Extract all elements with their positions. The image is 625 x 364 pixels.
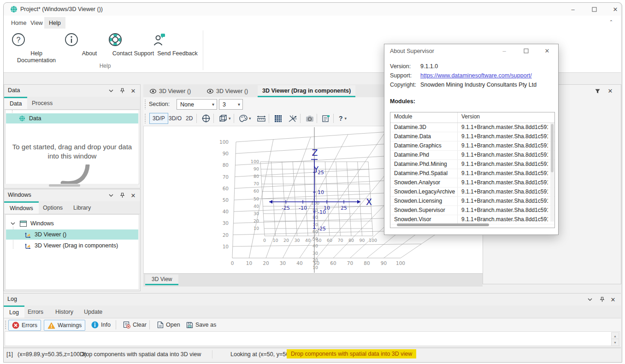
chevron-down-icon: ▾: [229, 116, 231, 121]
section-count-dropdown[interactable]: 3▾: [219, 99, 243, 110]
about-button[interactable]: About: [64, 32, 115, 57]
data-tree-item[interactable]: Data: [6, 113, 138, 123]
scroll-thumb[interactable]: [551, 124, 554, 172]
log-warnings-toggle[interactable]: Warnings: [44, 320, 85, 331]
modules-table[interactable]: Module Version Datamine.3D 9.1.1+Branch.…: [390, 112, 555, 228]
maximize-button[interactable]: [584, 3, 605, 16]
tab-process[interactable]: Process: [26, 97, 58, 109]
tab-3d-view[interactable]: 3D View: [145, 275, 178, 285]
support-link[interactable]: https://www.dataminesoftware.com/support…: [420, 72, 532, 79]
section-dropdown[interactable]: None▾: [177, 99, 217, 110]
contact-support-button[interactable]: Contact Support: [108, 32, 159, 57]
chevron-down-icon[interactable]: [586, 296, 594, 303]
module-row[interactable]: Datamine.3D 9.1.1+Branch.master.Sha.8dd1…: [390, 123, 554, 132]
dialog-minimize-button[interactable]: –: [497, 44, 511, 57]
pin-icon[interactable]: [598, 296, 606, 303]
close-icon[interactable]: ✕: [609, 296, 617, 303]
tab-library[interactable]: Library: [68, 201, 96, 214]
log-save-as-button[interactable]: Save as: [183, 320, 219, 330]
chevron-down-icon[interactable]: [107, 192, 115, 199]
module-row[interactable]: Datamine.Graphics 9.1.1+Branch.master.Sh…: [390, 141, 554, 151]
tab-update[interactable]: Update: [78, 305, 108, 318]
data-panel: Data ✕ Data Process Data To get started,…: [4, 84, 141, 188]
properties-button[interactable]: [319, 113, 333, 124]
tab-log[interactable]: Log: [4, 305, 24, 318]
grid-button[interactable]: [271, 113, 285, 124]
viewer-node-1[interactable]: 3D Viewer (): [6, 229, 138, 240]
mode-2d-button[interactable]: 2D: [183, 113, 195, 124]
viewer-tab-2[interactable]: 3D Viewer (): [202, 85, 253, 97]
data-panel-hscrollbar[interactable]: [5, 184, 138, 187]
send-feedback-button[interactable]: Send Feedback: [152, 32, 203, 57]
log-content[interactable]: ▲ ▼: [5, 331, 620, 346]
tab-windows[interactable]: Windows: [4, 201, 39, 214]
tab-errors[interactable]: Errors: [22, 305, 49, 318]
module-row[interactable]: Datamine.Phd 9.1.1+Branch.master.Sha.8dd…: [390, 151, 554, 160]
expand-chevron-icon[interactable]: [11, 222, 15, 225]
view-cube-button[interactable]: ▾: [216, 113, 234, 124]
ribbon-tab-help[interactable]: Help: [44, 17, 65, 30]
tab-data[interactable]: Data: [4, 97, 27, 109]
toolbar-grip[interactable]: [145, 114, 147, 123]
display-style-button[interactable]: ▾: [236, 113, 254, 124]
viewer-help-button[interactable]: ? ▾: [336, 113, 349, 124]
collapse-ribbon-icon[interactable]: ⌃: [603, 16, 619, 28]
toolbar-grip[interactable]: [145, 100, 147, 109]
module-row[interactable]: Snowden.Analysor 9.1.1+Branch.master.Sha…: [390, 178, 554, 188]
close-icon[interactable]: ✕: [129, 192, 137, 199]
module-row[interactable]: Snowden.LegacyArchive 9.1.1+Branch.maste…: [390, 188, 554, 197]
log-panel-header[interactable]: Log ✕: [4, 294, 621, 305]
module-row[interactable]: Snowden.Licensing 9.1.1+Branch.master.Sh…: [390, 197, 554, 206]
log-open-button[interactable]: Open: [154, 320, 183, 330]
axes-icon: [24, 231, 31, 238]
module-row[interactable]: Datamine.Phd.Mining 9.1.1+Branch.master.…: [390, 160, 554, 169]
scroll-thumb[interactable]: [49, 184, 80, 187]
viewer-tab-1[interactable]: 3D Viewer (): [145, 85, 195, 97]
tab-history[interactable]: History: [50, 305, 79, 318]
table-horizontal-scrollbar[interactable]: [391, 223, 549, 226]
version-column-header[interactable]: Version: [458, 112, 548, 123]
minimize-button[interactable]: –: [562, 3, 584, 16]
status-separator: [212, 350, 212, 358]
log-errors-toggle[interactable]: Errors: [8, 320, 41, 331]
pin-icon[interactable]: [118, 87, 126, 94]
close-icon[interactable]: ✕: [606, 87, 614, 94]
measure-button[interactable]: [254, 113, 269, 124]
module-row[interactable]: Datamine.Data 9.1.1+Branch.master.Sha.8d…: [390, 132, 554, 141]
tab-options[interactable]: Options: [37, 201, 68, 214]
log-clear-button[interactable]: Clear: [120, 320, 150, 330]
close-button[interactable]: ✕: [605, 3, 625, 16]
module-row[interactable]: Snowden.Visor 9.1.1+Branch.master.Sha.8d…: [390, 215, 554, 224]
scroll-down-button[interactable]: ▼: [611, 339, 619, 346]
data-panel-header[interactable]: Data ✕: [4, 85, 140, 97]
snapshot-button[interactable]: [303, 113, 317, 124]
title-bar[interactable]: Project* (Windows/3D Viewer ()) – ✕: [4, 3, 621, 16]
mode-3do-button[interactable]: 3D/O: [166, 113, 184, 124]
viewer-node-2[interactable]: 3D Viewer (Drag in components): [6, 241, 138, 251]
center-view-button[interactable]: [199, 113, 213, 124]
module-row[interactable]: Datamine.Phd.Spatial 9.1.1+Branch.master…: [390, 169, 554, 178]
toolbar-grip[interactable]: [5, 321, 7, 329]
scroll-thumb[interactable]: [397, 223, 489, 226]
filter-icon[interactable]: [593, 88, 601, 95]
table-vertical-scrollbar[interactable]: [550, 123, 554, 222]
log-panel: Log ✕ Log Errors History Update Errors W…: [4, 293, 621, 347]
windows-root-node[interactable]: Windows: [6, 218, 138, 229]
module-row[interactable]: Snowden.Supervisor 9.1.1+Branch.master.S…: [390, 206, 554, 215]
mode-3dp-button[interactable]: 3D/P: [149, 113, 168, 124]
log-info-toggle[interactable]: Info: [88, 320, 114, 330]
about-dialog[interactable]: About Supervisor – ✕ Version: 9.1.1.0 Su…: [384, 44, 559, 235]
dialog-close-button[interactable]: ✕: [540, 44, 554, 57]
toolbar-separator: [234, 114, 234, 123]
close-icon[interactable]: ✕: [129, 87, 137, 94]
windows-panel-header[interactable]: Windows ✕: [4, 189, 140, 201]
dialog-maximize-button[interactable]: [519, 44, 533, 57]
chevron-down-icon: ▾: [345, 116, 347, 121]
help-documentation-button[interactable]: ? Help Documentation: [11, 32, 62, 64]
chevron-down-icon[interactable]: [107, 87, 115, 94]
viewer-tab-3-active[interactable]: 3D Viewer (Drag in components): [258, 85, 355, 97]
module-column-header[interactable]: Module: [390, 112, 458, 123]
module-version-cell: 9.1.1+Branch.master.Sha.8dd1c59164: [458, 178, 548, 187]
pin-icon[interactable]: [118, 192, 126, 199]
show-axes-button[interactable]: [285, 113, 300, 124]
